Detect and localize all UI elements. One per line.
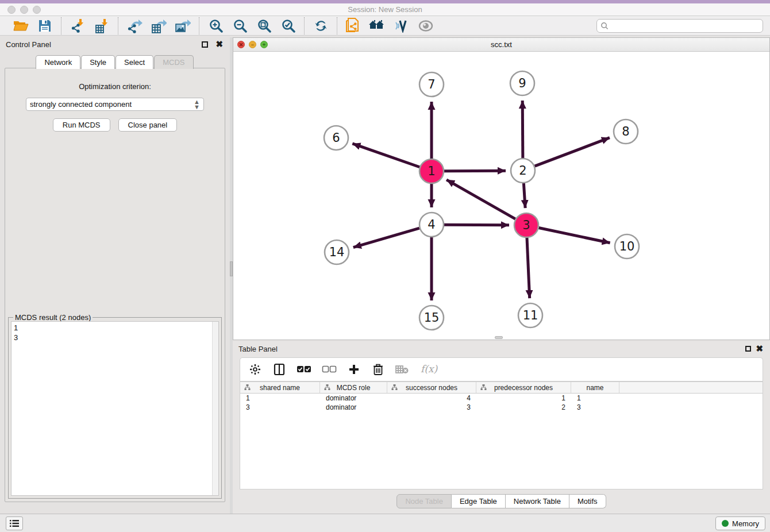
table-row[interactable]: 3dominator323 [240, 403, 763, 412]
edge-4-3[interactable] [444, 225, 509, 225]
zoom-fit-icon [257, 18, 271, 33]
export-image-button[interactable] [174, 17, 192, 34]
apply-layout-button[interactable] [311, 17, 330, 34]
column-label: predecessor nodes [494, 384, 553, 392]
table-close-icon[interactable]: ✖ [756, 344, 763, 354]
cell-MCDS-role[interactable]: dominator [320, 403, 387, 412]
toolbar-group [118, 17, 199, 34]
mcds-result-text[interactable]: 13 [11, 321, 219, 496]
edge-3-1[interactable] [446, 180, 515, 219]
delete-table-button[interactable] [395, 361, 409, 377]
cell-predecessor-nodes[interactable]: 1 [476, 394, 571, 403]
table-settings-button[interactable] [248, 361, 262, 377]
edge-1-2[interactable] [444, 171, 506, 171]
import-network-button[interactable] [68, 17, 87, 34]
home-button[interactable] [368, 17, 387, 34]
zoom-in-button[interactable] [206, 17, 225, 34]
zoom-fit-button[interactable] [255, 17, 273, 34]
cell-shared-name[interactable]: 3 [240, 403, 320, 412]
tab-mcds[interactable]: MCDS [154, 55, 193, 69]
tab-network[interactable]: Network [36, 55, 80, 69]
cytoscape-js-button[interactable] [392, 17, 411, 34]
cell-name[interactable]: 3 [571, 403, 619, 412]
zoom-out-button[interactable] [230, 17, 249, 34]
close-panel-button[interactable]: Close panel [118, 118, 178, 132]
run-mcds-button[interactable]: Run MCDS [53, 118, 110, 132]
node-11[interactable]: 11 [518, 303, 542, 327]
cell-shared-name[interactable]: 1 [240, 394, 320, 403]
export-table-button[interactable] [149, 17, 168, 34]
open-session-button[interactable] [11, 17, 30, 34]
float-panel-icon[interactable] [202, 41, 208, 48]
node-3[interactable]: 3 [514, 213, 538, 237]
hide-view-button[interactable] [417, 17, 435, 34]
column-header-name[interactable]: name [571, 382, 619, 393]
ndex-export-button[interactable] [344, 17, 363, 34]
cell-name[interactable]: 1 [571, 394, 619, 403]
criterion-value: strongly connected component [30, 100, 132, 109]
node-7[interactable]: 7 [419, 72, 444, 97]
network-window-titlebar[interactable]: ✕ − + scc.txt [233, 38, 769, 52]
node-8[interactable]: 8 [614, 119, 638, 144]
edge-2-3[interactable] [523, 183, 525, 208]
export-network-button[interactable] [125, 17, 144, 34]
tab-motifs[interactable]: Motifs [569, 494, 606, 508]
import-table-button[interactable] [93, 17, 111, 34]
memory-button[interactable]: Memory [715, 516, 765, 530]
cell-successor-nodes[interactable]: 4 [387, 394, 476, 403]
search-field[interactable] [596, 19, 763, 33]
column-header-predecessor-nodes[interactable]: predecessor nodes [476, 382, 571, 393]
unselect-all-columns-button[interactable] [322, 361, 337, 377]
result-scrollbar[interactable] [212, 322, 218, 495]
cell-predecessor-nodes[interactable]: 2 [476, 403, 571, 412]
zoom-selected-button[interactable] [279, 17, 297, 34]
save-session-button[interactable] [36, 17, 54, 34]
select-all-columns-button[interactable] [297, 361, 311, 377]
cell-MCDS-role[interactable]: dominator [320, 394, 387, 403]
search-input[interactable] [609, 20, 763, 32]
edge-3-10[interactable] [539, 228, 610, 243]
tab-node-table[interactable]: Node Table [396, 494, 452, 508]
column-header-shared-name[interactable]: shared name [240, 382, 320, 393]
network-title: scc.txt [233, 40, 769, 49]
toolbar-group [199, 17, 304, 34]
table-row[interactable]: 1dominator411 [240, 394, 763, 403]
node-14[interactable]: 14 [325, 240, 349, 264]
show-panels-button[interactable] [6, 516, 23, 530]
network-canvas[interactable]: 7968124314101511 [233, 52, 769, 340]
table-body: 1dominator4113dominator323 [240, 394, 763, 412]
tab-edge-table[interactable]: Edge Table [452, 494, 506, 508]
cell-successor-nodes[interactable]: 3 [387, 403, 476, 412]
node-15[interactable]: 15 [419, 306, 444, 330]
column-header-successor-nodes[interactable]: successor nodes [387, 382, 476, 393]
tab-select[interactable]: Select [116, 55, 153, 69]
node-label-7: 7 [428, 78, 435, 91]
criterion-dropdown[interactable]: strongly connected component ▲▼ [26, 98, 204, 111]
close-panel-icon[interactable]: ✖ [215, 39, 223, 49]
export-image-icon [175, 18, 191, 33]
table-float-icon[interactable] [745, 346, 751, 352]
edge-3-11[interactable] [527, 238, 530, 298]
node-table[interactable]: shared nameMCDS rolesuccessor nodesprede… [240, 381, 763, 489]
node-9[interactable]: 9 [510, 71, 534, 95]
column-header-MCDS-role[interactable]: MCDS role [320, 382, 387, 393]
node-4[interactable]: 4 [419, 213, 444, 237]
tab-network-table[interactable]: Network Table [506, 494, 569, 508]
edge-1-6[interactable] [352, 144, 419, 167]
edge-2-8[interactable] [535, 138, 610, 167]
edge-2-9[interactable] [522, 101, 523, 158]
column-layout-button[interactable] [272, 361, 286, 377]
node-1[interactable]: 1 [419, 159, 444, 183]
node-6[interactable]: 6 [324, 126, 348, 150]
node-label-6: 6 [332, 131, 340, 145]
node-label-9: 9 [518, 76, 526, 90]
delete-columns-button[interactable] [371, 361, 385, 377]
network-hscroll-thumb[interactable] [495, 336, 503, 339]
node-2[interactable]: 2 [511, 159, 535, 183]
edge-4-14[interactable] [353, 228, 419, 247]
create-column-button[interactable] [347, 361, 361, 377]
node-10[interactable]: 10 [615, 234, 639, 259]
tab-style[interactable]: Style [81, 55, 115, 69]
function-builder-button[interactable]: f(x) [419, 361, 439, 377]
control-panel-title: Control Panel [6, 40, 51, 49]
